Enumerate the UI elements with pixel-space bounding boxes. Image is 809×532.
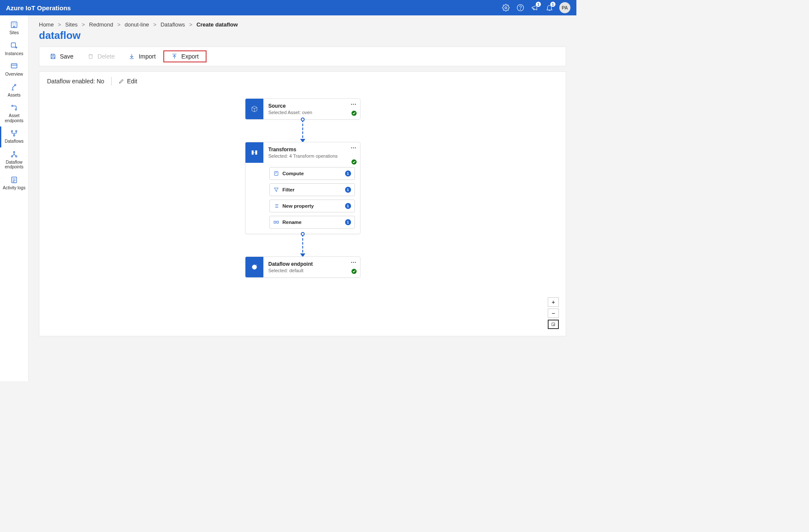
op-rename[interactable]: Rename 1 (269, 216, 355, 229)
op-count-badge: 1 (345, 187, 351, 193)
sidebar-item-label: Asset endpoints (1, 113, 27, 123)
zoom-out-button[interactable]: − (548, 309, 559, 318)
breadcrumb-sep: > (153, 21, 156, 28)
breadcrumb-item[interactable]: Redmond (89, 21, 113, 28)
flow-endpoint-icon (10, 150, 18, 159)
zoom-controls: + − (548, 297, 559, 329)
target-icon (251, 263, 258, 271)
enabled-bar: Dataflow enabled: No Edit (39, 72, 566, 91)
connector-dot (301, 118, 304, 121)
notification-badge: 1 (550, 2, 555, 7)
avatar[interactable]: PA (559, 2, 570, 13)
svg-point-11 (13, 135, 15, 136)
node-source-more[interactable]: ··· (351, 101, 356, 107)
sidebar-item-label: Sites (9, 30, 19, 35)
op-label: Filter (283, 187, 342, 192)
status-ok-icon (351, 111, 357, 116)
breadcrumb-sep: > (117, 21, 121, 28)
page-title: dataflow (29, 28, 576, 47)
op-label: Compute (283, 171, 342, 176)
sidebar-item-assets[interactable]: Assets (0, 80, 28, 101)
svg-point-22 (254, 267, 255, 268)
feedback-button[interactable]: 1 (528, 0, 542, 15)
svg-point-10 (15, 130, 17, 132)
op-new-property[interactable]: New property 1 (269, 200, 355, 212)
help-icon (517, 4, 524, 12)
op-label: New property (283, 203, 342, 209)
feedback-badge: 1 (536, 2, 541, 7)
enabled-text: Dataflow enabled: No (47, 78, 104, 85)
transforms-ops-list: Compute 1 Filter 1 New property 1 (245, 163, 360, 234)
dataflow-canvas: Dataflow enabled: No Edit Source Selecte… (39, 71, 566, 336)
delete-button: Delete (81, 50, 121, 62)
export-icon (171, 53, 178, 60)
op-compute[interactable]: Compute 1 (269, 167, 355, 180)
svg-rect-3 (11, 22, 17, 27)
sidebar-item-label: Dataflow endpoints (1, 160, 27, 170)
robot-arm-icon (10, 83, 18, 91)
breadcrumb-item[interactable]: donut-line (125, 21, 149, 28)
node-source-title: Source (269, 103, 355, 109)
sidebar-item-sites[interactable]: Sites (0, 18, 28, 39)
save-button[interactable]: Save (44, 50, 80, 62)
svg-rect-4 (11, 43, 15, 47)
app-title: Azure IoT Operations (6, 4, 71, 12)
op-filter[interactable]: Filter 1 (269, 183, 355, 196)
rename-icon (273, 219, 279, 225)
pencil-icon (118, 78, 124, 84)
sidebar-item-overview[interactable]: Overview (0, 59, 28, 80)
node-transforms-content: Transforms Selected: 4 Transform operati… (263, 142, 360, 163)
node-endpoint-subtitle: Selected: default (269, 268, 355, 273)
breadcrumb-item-current: Create dataflow (196, 21, 238, 28)
settings-button[interactable] (499, 0, 513, 15)
import-button[interactable]: Import (122, 50, 162, 62)
cube-icon (251, 105, 258, 113)
export-label: Export (181, 53, 198, 60)
delete-label: Delete (97, 53, 115, 60)
edit-button[interactable]: Edit (118, 78, 137, 85)
connector (302, 120, 303, 142)
node-source[interactable]: Source Selected Asset: oven ··· (245, 98, 360, 120)
import-label: Import (139, 53, 156, 60)
connector-dot (301, 232, 304, 236)
sidebar-item-instances[interactable]: Instances (0, 39, 28, 60)
notifications-button[interactable]: 1 (542, 0, 557, 15)
node-endpoint-title: Dataflow endpoint (269, 261, 355, 267)
help-button[interactable] (513, 0, 528, 15)
node-endpoint-more[interactable]: ··· (351, 259, 356, 265)
node-endpoint[interactable]: Dataflow endpoint Selected: default ··· (245, 256, 360, 278)
endpoint-icon (10, 103, 18, 112)
overview-icon (10, 62, 18, 71)
svg-point-8 (15, 109, 17, 110)
breadcrumb-item[interactable]: Home (39, 21, 54, 28)
svg-rect-5 (11, 64, 17, 68)
breadcrumb-item[interactable]: Sites (65, 21, 78, 28)
sidebar-item-asset-endpoints[interactable]: Asset endpoints (0, 101, 28, 126)
breadcrumb-sep: > (82, 21, 85, 28)
svg-rect-20 (277, 221, 278, 223)
building-icon (10, 21, 18, 29)
save-icon (50, 53, 56, 60)
breadcrumb-item[interactable]: Dataflows (160, 21, 185, 28)
node-transforms-more[interactable]: ··· (351, 145, 356, 151)
sidebar-item-label: Dataflows (5, 139, 24, 144)
gear-icon (502, 4, 510, 12)
sidebar-item-label: Overview (5, 72, 23, 77)
node-transforms[interactable]: Transforms Selected: 4 Transform operati… (245, 142, 360, 234)
sidebar-item-activity-logs[interactable]: Activity logs (0, 173, 28, 194)
op-label: Rename (283, 220, 342, 225)
sidebar-item-dataflow-endpoints[interactable]: Dataflow endpoints (0, 147, 28, 173)
node-endpoint-content: Dataflow endpoint Selected: default (263, 257, 360, 277)
sidebar-item-label: Assets (8, 93, 21, 98)
node-source-content: Source Selected Asset: oven (263, 99, 360, 119)
zoom-in-button[interactable]: + (548, 297, 559, 307)
compute-icon (273, 170, 279, 176)
svg-rect-16 (252, 151, 254, 155)
log-icon (10, 176, 18, 184)
zoom-fit-button[interactable] (548, 320, 559, 329)
edit-label: Edit (127, 78, 137, 85)
trash-icon (87, 53, 94, 60)
export-button[interactable]: Export (163, 50, 206, 62)
app-header: Azure IoT Operations 1 1 PA (0, 0, 576, 15)
sidebar-item-dataflows[interactable]: Dataflows (0, 126, 28, 147)
